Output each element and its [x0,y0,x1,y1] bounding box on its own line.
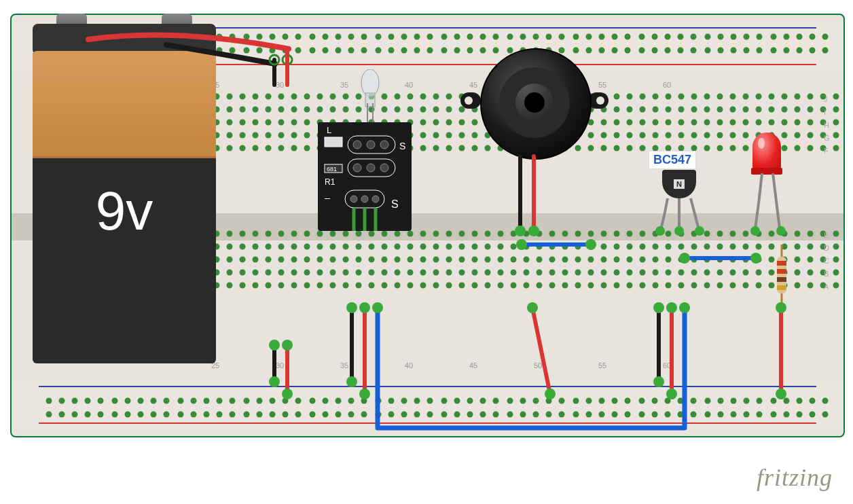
svg-point-95 [665,48,671,54]
svg-point-636 [537,244,543,250]
svg-rect-927 [777,277,786,282]
svg-point-725 [653,231,659,237]
svg-point-729 [653,283,659,289]
svg-point-832 [795,120,801,126]
svg-point-794 [743,145,749,151]
svg-point-836 [795,244,801,250]
svg-point-42 [323,34,329,40]
svg-text:F: F [824,147,829,155]
svg-point-657 [562,257,568,263]
svg-point-667 [575,257,581,263]
svg-point-31 [244,48,250,54]
svg-point-52 [388,34,395,40]
svg-point-842 [807,120,814,126]
svg-point-217 [678,412,684,418]
svg-point-50 [376,34,382,40]
svg-point-124 [72,398,78,404]
svg-point-540 [420,94,426,100]
svg-point-789 [730,283,736,289]
svg-point-155 [270,412,276,418]
svg-point-419 [253,283,259,289]
svg-point-154 [270,398,276,404]
svg-point-509 [369,283,375,289]
svg-text:H: H [824,121,829,129]
svg-point-427 [266,257,272,263]
svg-point-563 [446,132,452,139]
svg-point-438 [278,270,285,276]
svg-point-737 [666,257,672,263]
svg-point-97 [678,48,684,54]
svg-point-506 [369,244,375,250]
svg-point-397 [227,257,233,263]
svg-point-193 [520,412,526,418]
svg-point-190 [507,398,513,404]
svg-point-108 [757,34,763,40]
svg-point-550 [433,94,439,100]
svg-point-103 [718,48,724,54]
svg-text:45: 45 [469,361,477,370]
svg-point-665 [575,231,581,237]
svg-point-183 [454,412,460,418]
svg-point-171 [376,412,382,418]
svg-point-781 [730,107,736,113]
svg-point-760 [704,94,710,100]
svg-point-520 [395,94,401,100]
svg-point-629 [524,283,530,289]
svg-rect-900 [325,137,342,147]
svg-point-761 [704,107,710,113]
svg-point-109 [757,48,763,54]
svg-point-84 [599,34,605,40]
svg-point-435 [278,231,285,237]
svg-point-800 [756,94,762,100]
svg-point-740 [678,94,685,100]
fritzing-watermark: fritzing [757,463,833,492]
svg-point-668 [575,270,581,276]
svg-point-568 [446,270,452,276]
svg-text:30: 30 [276,81,284,89]
svg-point-648 [549,270,556,276]
svg-point-770 [717,94,723,100]
svg-point-537 [407,257,414,263]
svg-point-96 [678,34,684,40]
svg-point-487 [343,257,349,263]
svg-point-420 [266,94,272,100]
svg-point-174 [401,398,407,404]
svg-rect-926 [777,269,786,274]
svg-point-115 [797,48,803,54]
svg-point-402 [240,120,246,126]
svg-point-434 [278,145,285,151]
svg-point-714 [640,145,646,151]
svg-point-799 [743,283,749,289]
svg-point-213 [652,412,658,418]
svg-point-831 [795,107,801,113]
svg-point-587 [472,257,478,263]
svg-point-553 [433,132,439,139]
svg-point-843 [807,132,814,139]
svg-point-696 [614,244,620,250]
svg-point-448 [291,270,297,276]
svg-point-110 [771,34,777,40]
svg-point-236 [810,398,816,404]
svg-point-701 [627,107,633,113]
svg-point-792 [743,120,749,126]
svg-point-209 [625,412,631,418]
svg-point-169 [361,412,367,418]
svg-point-78 [559,34,565,40]
svg-point-207 [612,412,618,418]
svg-point-849 [807,283,814,289]
svg-point-33 [257,48,263,54]
svg-point-456 [304,244,310,250]
svg-point-167 [348,412,355,418]
svg-point-706 [627,244,633,250]
svg-point-780 [730,94,736,100]
svg-point-791 [743,107,749,113]
svg-point-539 [407,283,414,289]
svg-point-786 [730,244,736,250]
svg-point-710 [640,94,646,100]
svg-point-618 [511,270,517,276]
transistor-bc547: N [662,170,703,205]
svg-point-392 [227,120,233,126]
svg-point-700 [627,94,633,100]
svg-point-191 [507,412,513,418]
svg-point-758 [691,270,697,276]
